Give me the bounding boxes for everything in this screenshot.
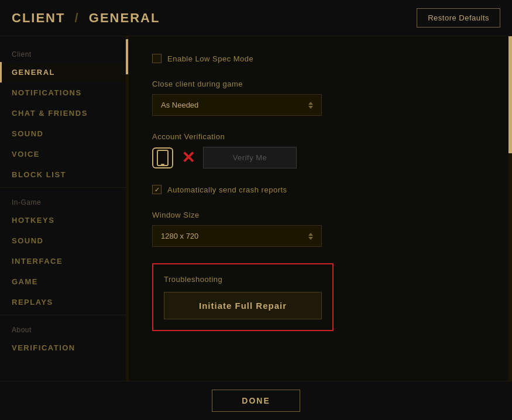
title-client: CLIENT — [12, 11, 65, 25]
crash-reports-row: Automatically send crash reports — [152, 185, 489, 194]
verify-me-button[interactable]: Verify Me — [203, 147, 297, 168]
in-game-group-label: In-Game — [0, 190, 128, 210]
troubleshoot-row: Troubleshooting Initiate Full Repair — [152, 263, 489, 331]
sidebar: Client GENERAL NOTIFICATIONS CHAT & FRIE… — [0, 36, 129, 381]
crash-reports-checkbox[interactable] — [152, 185, 161, 194]
low-spec-label: Enable Low Spec Mode — [167, 54, 253, 63]
account-verify-row: Account Verification ✕ Verify Me — [152, 132, 489, 168]
sidebar-item-verification[interactable]: VERIFICATION — [0, 338, 128, 358]
troubleshoot-label: Troubleshooting — [164, 275, 322, 284]
account-verify-label: Account Verification — [152, 132, 489, 141]
page-title: CLIENT / GENERAL — [12, 11, 160, 26]
low-spec-row: Enable Low Spec Mode — [152, 54, 489, 63]
sidebar-item-sound-game[interactable]: SOUND — [0, 230, 128, 251]
sidebar-scroll-thumb[interactable] — [126, 39, 128, 74]
header: CLIENT / GENERAL Restore Defaults — [0, 0, 512, 36]
svg-rect-0 — [157, 150, 168, 166]
troubleshoot-box: Troubleshooting Initiate Full Repair — [152, 263, 334, 331]
close-client-value: As Needed — [161, 101, 198, 109]
chevron-up-icon — [308, 102, 313, 105]
window-size-value: 1280 x 720 — [161, 232, 198, 240]
sidebar-item-notifications[interactable]: NOTIFICATIONS — [0, 82, 128, 103]
close-client-row: Close client during game As Needed — [152, 80, 489, 116]
sidebar-item-replays[interactable]: REPLAYS — [0, 292, 128, 312]
svg-rect-1 — [161, 164, 164, 165]
sidebar-item-game[interactable]: GAME — [0, 271, 128, 292]
crash-reports-label: Automatically send crash reports — [167, 185, 287, 194]
content-scroll-thumb[interactable] — [508, 36, 512, 153]
chevron-down-icon — [308, 106, 313, 109]
restore-defaults-button[interactable]: Restore Defaults — [417, 8, 500, 27]
main-layout: Client GENERAL NOTIFICATIONS CHAT & FRIE… — [0, 36, 512, 381]
close-client-select[interactable]: As Needed — [152, 94, 322, 116]
low-spec-checkbox[interactable] — [152, 54, 161, 63]
sidebar-scroll-track — [126, 36, 128, 381]
footer: DONE — [0, 381, 512, 420]
window-size-row: Window Size 1280 x 720 — [152, 211, 489, 247]
phone-icon — [152, 147, 173, 168]
about-group-label: About — [0, 318, 128, 338]
title-section: GENERAL — [89, 11, 160, 25]
sidebar-item-voice[interactable]: VOICE — [0, 144, 128, 164]
sidebar-item-sound-client[interactable]: SOUND — [0, 123, 128, 144]
client-group-label: Client — [0, 42, 128, 62]
window-size-label: Window Size — [152, 211, 489, 219]
content-scroll-track — [508, 36, 512, 381]
close-client-label: Close client during game — [152, 80, 489, 88]
initiate-repair-button[interactable]: Initiate Full Repair — [164, 292, 322, 319]
window-select-chevrons — [308, 233, 313, 240]
x-icon: ✕ — [181, 148, 195, 167]
sidebar-item-chat-friends[interactable]: CHAT & FRIENDS — [0, 103, 128, 123]
content-area: Enable Low Spec Mode Close client during… — [129, 36, 512, 381]
sidebar-item-block-list[interactable]: BLOCK LIST — [0, 164, 128, 185]
window-chevron-down-icon — [308, 237, 313, 240]
sidebar-item-interface[interactable]: INTERFACE — [0, 251, 128, 271]
sidebar-item-general[interactable]: GENERAL — [0, 62, 128, 82]
window-chevron-up-icon — [308, 233, 313, 236]
title-slash: / — [75, 11, 80, 25]
sidebar-divider — [0, 187, 128, 188]
verify-row: ✕ Verify Me — [152, 147, 489, 168]
window-size-select[interactable]: 1280 x 720 — [152, 225, 322, 247]
sidebar-item-hotkeys[interactable]: HOTKEYS — [0, 210, 128, 230]
done-button[interactable]: DONE — [212, 390, 300, 412]
select-chevrons — [308, 102, 313, 109]
sidebar-divider-2 — [0, 315, 128, 315]
